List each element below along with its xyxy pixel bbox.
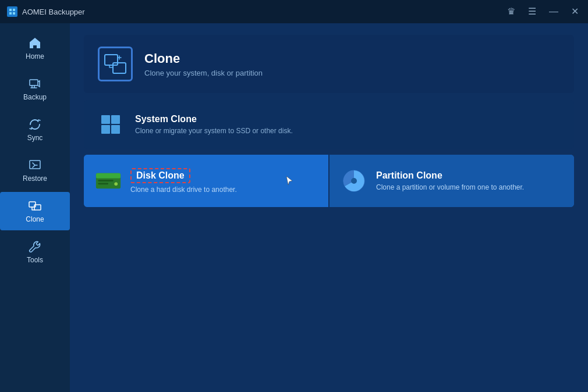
clone-icon-sidebar: [28, 199, 42, 213]
svg-rect-11: [96, 173, 121, 179]
sidebar-item-clone[interactable]: Clone: [0, 192, 70, 230]
svg-rect-13: [98, 183, 108, 185]
clone-header-text: Clone Clone your system, disk or partiti…: [144, 51, 263, 77]
system-clone-card[interactable]: System Clone Clone or migrate your syste…: [84, 100, 574, 149]
bottom-row: Disk Clone Clone a hard disk drive to an…: [84, 155, 574, 207]
disk-clone-card[interactable]: Disk Clone Clone a hard disk drive to an…: [84, 155, 328, 207]
svg-point-16: [351, 178, 357, 184]
svg-rect-0: [9, 9, 12, 11]
svg-rect-3: [13, 12, 15, 15]
svg-rect-2: [9, 12, 12, 15]
partition-clone-subtitle: Clone a partition or volume from one to …: [376, 183, 524, 191]
sidebar-item-backup[interactable]: Backup: [0, 70, 70, 108]
sync-icon: [28, 117, 42, 131]
sidebar-item-restore[interactable]: Restore: [0, 151, 70, 190]
tools-icon: [28, 240, 42, 254]
close-button[interactable]: ✕: [569, 6, 581, 17]
svg-rect-12: [98, 180, 113, 181]
app-icon: [7, 6, 17, 17]
svg-rect-1: [13, 9, 15, 11]
svg-rect-9: [113, 63, 126, 73]
partition-clone-card[interactable]: Partition Clone Clone a partition or vol…: [330, 155, 574, 207]
svg-rect-4: [30, 80, 38, 85]
home-icon: [28, 36, 42, 50]
backup-icon: [28, 77, 42, 91]
content-area: Clone Clone your system, disk or partiti…: [70, 23, 588, 392]
svg-point-14: [114, 182, 118, 186]
upgrade-button[interactable]: ♛: [505, 6, 518, 17]
partition-clone-text: Partition Clone Clone a partition or vol…: [376, 170, 524, 191]
sidebar-label-tools: Tools: [27, 256, 43, 264]
sidebar-item-home[interactable]: Home: [0, 29, 70, 67]
disk-clone-label-box: Disk Clone: [130, 168, 190, 183]
system-clone-title: System Clone: [135, 114, 293, 124]
sidebar-label-home: Home: [26, 52, 44, 60]
sidebar-item-sync[interactable]: Sync: [0, 111, 70, 149]
partition-clone-title: Partition Clone: [376, 170, 524, 181]
svg-rect-8: [105, 55, 118, 65]
menu-button[interactable]: ☰: [526, 6, 539, 17]
title-bar-controls: ♛ ☰ — ✕: [505, 6, 581, 17]
menu-cards: System Clone Clone or migrate your syste…: [84, 100, 574, 380]
sidebar-label-backup: Backup: [23, 93, 47, 101]
sidebar-label-sync: Sync: [27, 134, 43, 142]
sidebar: Home Backup Sync: [0, 23, 70, 392]
clone-header-title: Clone: [144, 51, 263, 66]
clone-header-subtitle: Clone your system, disk or partition: [144, 69, 263, 77]
system-clone-text: System Clone Clone or migrate your syste…: [135, 114, 293, 135]
clone-header-icon: [98, 47, 133, 81]
sidebar-label-restore: Restore: [23, 174, 47, 183]
system-clone-icon: [98, 112, 123, 137]
minimize-button[interactable]: —: [547, 6, 561, 17]
disk-clone-subtitle: Clone a hard disk drive to another.: [130, 186, 237, 194]
app-title: AOMEI Backupper: [22, 8, 85, 16]
restore-icon: [28, 158, 42, 172]
disk-clone-text: Disk Clone Clone a hard disk drive to an…: [130, 168, 237, 194]
main-layout: Home Backup Sync: [0, 23, 588, 392]
clone-header: Clone Clone your system, disk or partiti…: [84, 35, 574, 93]
disk-clone-title: Disk Clone: [130, 168, 237, 183]
sidebar-label-clone: Clone: [26, 215, 44, 223]
sidebar-item-tools[interactable]: Tools: [0, 233, 70, 271]
title-bar: AOMEI Backupper ♛ ☰ — ✕: [0, 0, 588, 23]
cursor-indicator: [285, 175, 293, 187]
system-clone-subtitle: Clone or migrate your system to SSD or o…: [135, 127, 293, 135]
title-bar-left: AOMEI Backupper: [7, 6, 85, 17]
disk-clone-icon: [95, 168, 121, 194]
partition-clone-icon: [341, 168, 367, 194]
